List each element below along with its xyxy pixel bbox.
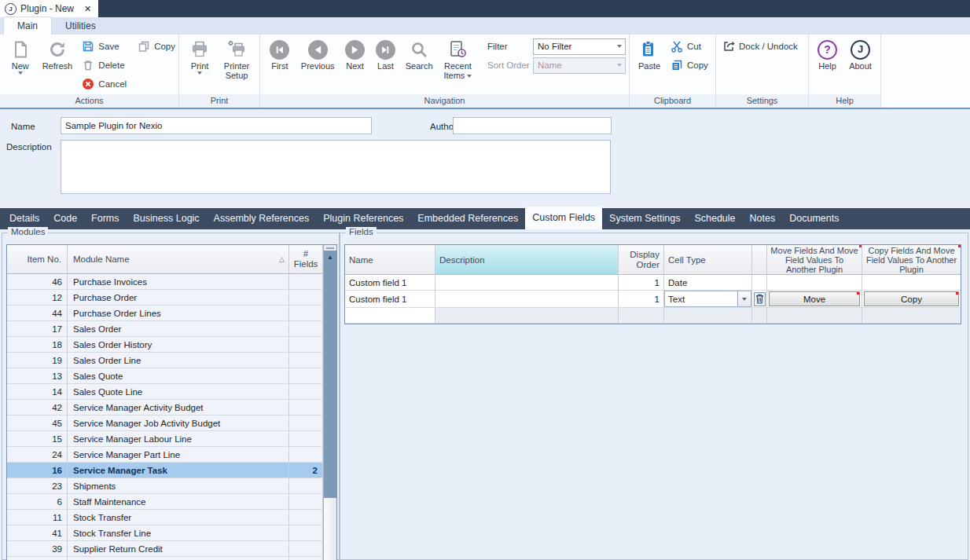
required-marker [958,245,961,247]
column-header-name[interactable]: Name [345,245,435,274]
delete-field-button[interactable] [754,292,766,306]
printer-setup-button[interactable]: Printer Setup [219,37,255,80]
title-bar: J Plugin - New ✕ [0,0,970,17]
module-row[interactable]: 12 Purchase Order [7,290,323,306]
first-icon [270,38,289,60]
module-row[interactable]: 6 Staff Maintenance [7,494,323,510]
print-button[interactable]: Print [184,37,215,75]
column-header-delete[interactable] [752,245,767,274]
modules-scrollbar[interactable]: ▲ [323,245,336,560]
copy-clipboard-icon [671,59,683,71]
column-header-display-order[interactable]: Display Order [619,245,664,274]
module-row[interactable]: 16 Service Manager Task 2 [7,463,323,478]
module-row[interactable]: 13 Sales Quote [7,368,323,384]
section-tab[interactable]: Details [2,208,46,229]
module-row[interactable]: 23 Shipments [7,478,323,494]
module-row[interactable]: 14 Sales Quote Line [7,384,323,400]
column-header-cell-type[interactable]: Cell Type [664,245,752,274]
search-icon [410,38,429,60]
new-document-icon [10,38,31,60]
author-input[interactable] [453,117,612,134]
ribbon-group-help: ? Help J About Help [809,35,881,108]
cut-button[interactable]: Cut [671,37,708,56]
field-row-2[interactable]: Custom field 1 1 Text [345,291,961,308]
paste-button[interactable]: Paste [633,37,666,71]
module-row[interactable]: 15 Service Manager Labour Line [7,431,323,447]
help-button[interactable]: ? Help [814,37,842,71]
copy-field-button[interactable]: Copy [864,291,959,306]
column-header-move[interactable]: Move Fields And Move Field Values To Ano… [767,245,862,274]
save-button[interactable]: Save [82,37,127,56]
section-tab[interactable]: Embedded References [410,208,525,229]
column-header-copy[interactable]: Copy Fields And Move Field Values To Ano… [862,245,961,274]
section-tab[interactable]: System Settings [602,208,687,229]
copy-clipboard-button[interactable]: Copy [671,56,708,75]
description-input[interactable] [61,140,611,194]
print-icon [189,38,210,60]
module-row[interactable]: 42 Service Manager Activity Budget [7,400,323,415]
name-input[interactable] [61,117,372,134]
module-row[interactable]: 11 Stock Transfer [7,510,323,525]
section-tab[interactable]: Notes [743,208,783,229]
last-button[interactable]: Last [371,37,401,71]
chevron-down-icon[interactable] [737,291,751,306]
filter-dropdown[interactable]: No Filter [533,38,626,55]
section-tab[interactable]: Schedule [687,208,742,229]
module-row[interactable]: 46 Purchase Invoices [7,274,323,290]
sort-order-dropdown[interactable]: Name [533,57,626,74]
module-row[interactable]: 45 Service Manager Job Activity Budget [7,415,323,431]
fields-grid-header: Name Description Display Order Cell Type… [345,245,961,275]
new-button[interactable]: New [3,37,37,75]
cut-icon [671,40,683,53]
fields-groupbox: Fields Name Description Display Order Ce… [340,232,968,560]
module-row[interactable]: 44 Purchase Order Lines [7,306,323,321]
modules-groupbox-title: Modules [8,227,48,236]
column-header-description[interactable]: Description [435,245,619,274]
ribbon-group-actions: New Refresh Save [0,35,179,108]
scroll-up-icon[interactable]: ▲ [324,251,336,263]
tab-utilities[interactable]: Utilities [52,17,109,35]
delete-button[interactable]: Delete [82,56,127,75]
field-row-new[interactable] [345,308,961,324]
module-row[interactable]: 41 Stock Transfer Line [7,525,323,541]
about-icon: J [851,38,870,60]
splitter-grip[interactable] [324,245,336,251]
previous-button[interactable]: Previous [296,37,340,71]
next-button[interactable]: Next [340,37,371,71]
copy-button[interactable]: Copy [138,37,175,56]
close-icon[interactable]: ✕ [84,4,91,14]
last-icon [376,38,395,60]
column-header-item-no[interactable]: Item No. [7,245,68,273]
scrollbar-thumb[interactable]: ▲ [324,251,336,498]
section-tab[interactable]: Code [46,208,84,229]
module-row[interactable]: 24 Service Manager Part Line [7,447,323,463]
chevron-down-icon [197,71,202,75]
field-row-1[interactable]: Custom field 1 1 Date [345,275,961,291]
module-row[interactable]: 39 Supplier Return Credit [7,541,323,557]
about-button[interactable]: J About [845,37,876,71]
fields-grid: Name Description Display Order Cell Type… [344,244,961,324]
search-button[interactable]: Search [400,37,437,71]
column-header-num-fields[interactable]: # Fields [289,245,323,273]
section-tab[interactable]: Forms [84,208,126,229]
section-tab[interactable]: Assembly References [207,208,317,229]
tab-main[interactable]: Main [3,16,52,35]
module-row-empty [7,557,323,560]
section-tab[interactable]: Business Logic [127,208,207,229]
modules-grid: Item No. Module Name △ # Fields 46 Purch… [6,244,337,560]
section-tab[interactable]: Documents [782,208,846,229]
section-tab[interactable]: Plugin References [316,208,410,229]
first-button[interactable]: First [263,37,296,71]
cell-type-dropdown[interactable]: Text [664,291,751,307]
cancel-button[interactable]: Cancel [82,75,127,93]
dock-undock-button[interactable]: Dock / Undock [722,37,798,56]
refresh-button[interactable]: Refresh [37,37,77,71]
module-row[interactable]: 18 Sales Order History [7,337,323,353]
module-row[interactable]: 19 Sales Order Line [7,353,323,368]
column-header-module-name[interactable]: Module Name △ [68,245,289,273]
move-button[interactable]: Move [769,291,860,306]
module-row[interactable]: 17 Sales Order [7,321,323,337]
document-tab[interactable]: J Plugin - New ✕ [0,0,98,17]
section-tab[interactable]: Custom Fields [525,207,602,229]
recent-items-button[interactable]: Recent Items [438,37,478,80]
